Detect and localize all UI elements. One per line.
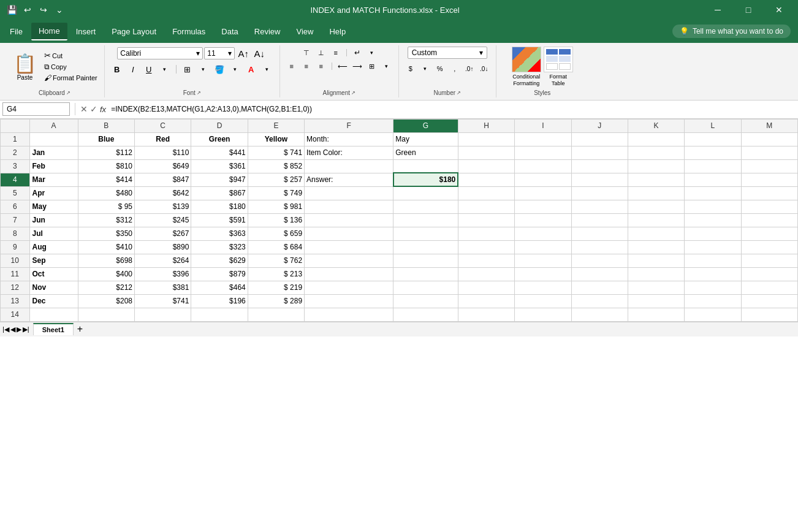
menu-view[interactable]: View	[289, 23, 321, 40]
col-header-a[interactable]: A	[29, 119, 78, 132]
redo-button[interactable]: ↪	[37, 3, 50, 17]
cell-K10[interactable]	[628, 254, 684, 267]
font-color-dropdown[interactable]: ▾	[260, 63, 275, 76]
cell-D3[interactable]: $361	[191, 159, 248, 173]
cell-A7[interactable]: Jun	[29, 213, 78, 227]
cell-H3[interactable]	[458, 159, 514, 173]
cell-H11[interactable]	[458, 267, 514, 281]
cell-J6[interactable]	[571, 200, 628, 213]
cell-B6[interactable]: $ 95	[78, 200, 134, 213]
cell-C13[interactable]: $741	[135, 294, 191, 308]
align-center-button[interactable]: ≡	[300, 60, 313, 72]
cell-I10[interactable]	[515, 254, 571, 267]
cell-E7[interactable]: $ 136	[248, 213, 304, 227]
border-dropdown[interactable]: ▾	[196, 63, 211, 76]
row-header-13[interactable]: 13	[1, 294, 30, 308]
font-name-selector[interactable]: Calibri ▾	[117, 47, 203, 59]
cell-G7[interactable]	[393, 213, 458, 227]
cell-G3[interactable]	[393, 159, 458, 173]
dollar-button[interactable]: $	[404, 63, 417, 75]
merge-dropdown[interactable]: ▾	[380, 60, 393, 72]
cell-G10[interactable]	[393, 254, 458, 267]
wrap-dropdown[interactable]: ▾	[365, 47, 379, 59]
cell-F10[interactable]	[305, 254, 393, 267]
col-header-b[interactable]: B	[78, 119, 134, 132]
copy-button[interactable]: ⧉ Copy	[42, 62, 99, 72]
font-expand-icon[interactable]: ↗	[197, 90, 201, 96]
cell-M14[interactable]	[741, 308, 797, 321]
sheet-navigation[interactable]: |◀ ◀ ▶ ▶|	[2, 325, 29, 333]
bold-button[interactable]: B	[110, 63, 124, 76]
decimal-decrease-button[interactable]: .0↓	[477, 63, 491, 75]
cell-B2[interactable]: $112	[78, 146, 134, 159]
cell-C9[interactable]: $890	[135, 240, 191, 254]
number-format-selector[interactable]: Custom ▾	[408, 47, 487, 59]
cell-A1[interactable]	[29, 132, 78, 146]
name-box[interactable]	[2, 102, 70, 116]
font-decrease-button[interactable]: A↓	[252, 47, 267, 60]
cell-H2[interactable]	[458, 146, 514, 159]
cell-J7[interactable]	[571, 213, 628, 227]
formula-input[interactable]	[111, 105, 796, 113]
cell-L7[interactable]	[685, 213, 741, 227]
cell-F9[interactable]	[305, 240, 393, 254]
tell-me-input[interactable]: 💡 Tell me what you want to do	[672, 25, 791, 38]
cell-E2[interactable]: $ 741	[248, 146, 304, 159]
cell-G5[interactable]	[393, 186, 458, 200]
cell-D12[interactable]: $464	[191, 281, 248, 294]
cell-A4[interactable]: Mar	[29, 173, 78, 186]
cell-H9[interactable]	[458, 240, 514, 254]
cell-G12[interactable]	[393, 281, 458, 294]
col-header-j[interactable]: J	[571, 119, 628, 132]
fill-dropdown[interactable]: ▾	[228, 63, 243, 76]
cell-F2[interactable]: Item Color:	[305, 146, 393, 159]
cell-I1[interactable]	[515, 132, 571, 146]
font-increase-button[interactable]: A↑	[236, 47, 251, 60]
cell-E10[interactable]: $ 762	[248, 254, 304, 267]
cell-G2[interactable]: Green	[393, 146, 458, 159]
cell-J14[interactable]	[571, 308, 628, 321]
cell-L5[interactable]	[685, 186, 741, 200]
row-header-5[interactable]: 5	[1, 186, 30, 200]
cell-J13[interactable]	[571, 294, 628, 308]
cell-D13[interactable]: $196	[191, 294, 248, 308]
cell-E13[interactable]: $ 289	[248, 294, 304, 308]
window-controls[interactable]: ─ □ ✕	[704, 0, 793, 20]
quick-access-toolbar[interactable]: 💾 ↩ ↪ ⌄	[5, 3, 66, 17]
col-header-f[interactable]: F	[305, 119, 393, 132]
cell-L4[interactable]	[685, 173, 741, 186]
cell-C10[interactable]: $264	[135, 254, 191, 267]
cell-I8[interactable]	[515, 227, 571, 240]
menu-formulas[interactable]: Formulas	[165, 23, 213, 40]
sheet-nav-prev[interactable]: ◀	[10, 325, 15, 333]
row-header-2[interactable]: 2	[1, 146, 30, 159]
cell-C1[interactable]: Red	[135, 132, 191, 146]
cell-G14[interactable]	[393, 308, 458, 321]
cell-D10[interactable]: $629	[191, 254, 248, 267]
cell-F13[interactable]	[305, 294, 393, 308]
save-button[interactable]: 💾	[5, 3, 18, 17]
cell-C5[interactable]: $642	[135, 186, 191, 200]
cell-A9[interactable]: Aug	[29, 240, 78, 254]
cell-A2[interactable]: Jan	[29, 146, 78, 159]
font-color-button[interactable]: A	[244, 63, 259, 76]
cell-K7[interactable]	[628, 213, 684, 227]
row-header-6[interactable]: 6	[1, 200, 30, 213]
cell-M2[interactable]	[741, 146, 797, 159]
cell-E3[interactable]: $ 852	[248, 159, 304, 173]
cell-A8[interactable]: Jul	[29, 227, 78, 240]
cancel-formula-button[interactable]: ✕	[80, 104, 88, 114]
col-header-e[interactable]: E	[248, 119, 304, 132]
underline-button[interactable]: U	[142, 63, 156, 76]
cell-E8[interactable]: $ 659	[248, 227, 304, 240]
cell-F1[interactable]: Month:	[305, 132, 393, 146]
indent-increase-button[interactable]: ⟶	[351, 60, 364, 72]
decimal-increase-button[interactable]: .0↑	[463, 63, 476, 75]
wrap-text-button[interactable]: ↵	[351, 47, 364, 59]
cell-F7[interactable]	[305, 213, 393, 227]
cell-A10[interactable]: Sep	[29, 254, 78, 267]
cell-B14[interactable]	[78, 308, 134, 321]
italic-button[interactable]: I	[126, 63, 140, 76]
cell-C3[interactable]: $649	[135, 159, 191, 173]
cell-F14[interactable]	[305, 308, 393, 321]
